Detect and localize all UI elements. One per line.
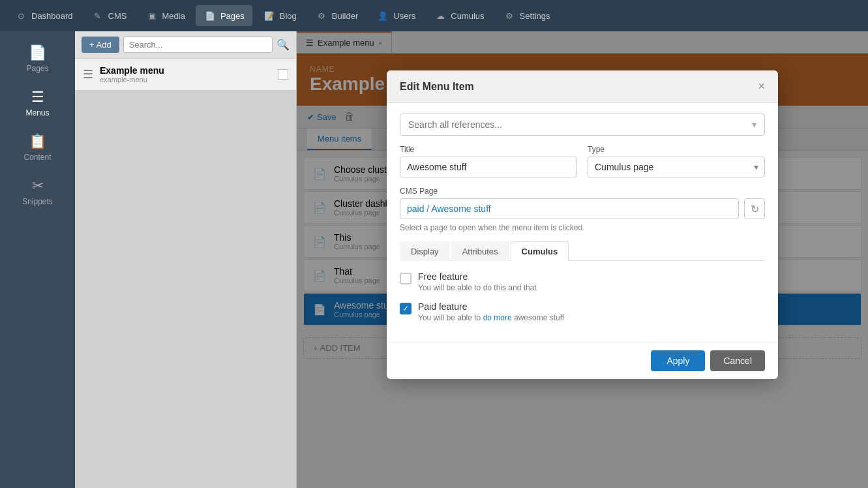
sidebar: 📄 Pages ☰ Menus 📋 Content ✂ Snippets	[0, 31, 75, 488]
panel-toolbar: + Add 🔍	[75, 31, 296, 59]
nav-dashboard-label: Dashboard	[31, 11, 73, 21]
sidebar-item-snippets[interactable]: ✂ Snippets	[0, 171, 75, 213]
free-feature-desc: You will be able to do this and that	[418, 283, 537, 292]
blog-icon: 📝	[263, 9, 276, 22]
title-input[interactable]	[400, 157, 577, 177]
nav-builder-label: Builder	[332, 11, 358, 21]
nav-cumulus[interactable]: ☁ Cumulus	[426, 5, 492, 26]
content-sidebar-icon: 📋	[29, 133, 46, 150]
list-item-name: Example menu	[100, 65, 271, 76]
cms-page-row: paid / Awesome stuff ↻	[400, 198, 765, 219]
nav-cms[interactable]: ✎ CMS	[83, 5, 135, 26]
settings-nav-icon: ⚙	[503, 9, 516, 22]
cms-page-refresh-button[interactable]: ↻	[744, 198, 765, 219]
nav-pages[interactable]: 📄 Pages	[196, 5, 252, 26]
sidebar-item-menus[interactable]: ☰ Menus	[0, 82, 75, 124]
dashboard-icon: ⊙	[14, 9, 27, 22]
sidebar-item-pages[interactable]: 📄 Pages	[0, 38, 75, 80]
sidebar-content-label: Content	[23, 153, 51, 162]
tab-cumulus-label: Cumulus	[522, 247, 558, 256]
tab-display-label: Display	[411, 247, 439, 256]
sidebar-snippets-label: Snippets	[22, 197, 53, 206]
feature-row-free: Free feature You will be able to do this…	[400, 271, 765, 292]
free-feature-checkbox[interactable]	[400, 273, 412, 284]
list-item-checkbox[interactable]	[278, 69, 288, 80]
form-group-cms-page: CMS Page paid / Awesome stuff ↻ Select a…	[400, 187, 765, 232]
cms-icon: ✎	[91, 9, 104, 22]
type-select[interactable]: Cumulus page External URL Page	[588, 157, 765, 177]
type-select-wrapper: Cumulus page External URL Page	[588, 157, 765, 177]
inner-tabs: Display Attributes Cumulus	[400, 241, 765, 261]
nav-cms-label: CMS	[108, 11, 127, 21]
sidebar-menus-label: Menus	[25, 108, 49, 117]
modal-title: Edit Menu Item	[400, 81, 474, 93]
sidebar-pages-label: Pages	[26, 64, 48, 73]
add-button[interactable]: + Add	[82, 37, 119, 53]
panel: + Add 🔍 ☰ Example menu example-menu	[75, 31, 297, 488]
tab-attributes-label: Attributes	[462, 247, 498, 256]
paid-feature-checkbox[interactable]: ✓	[400, 303, 412, 314]
content-area: ☰ Example menu × NAME Example menu ✔ Sav…	[297, 31, 868, 488]
modal-footer: Apply Cancel	[387, 342, 778, 379]
paid-feature-desc-before: You will be able to	[418, 313, 483, 322]
modal-body: ▾ Title Type Cumulus page	[387, 103, 778, 342]
list-item-slug: example-menu	[100, 76, 271, 84]
search-input[interactable]	[123, 37, 273, 53]
modal-header: Edit Menu Item ×	[387, 70, 778, 103]
snippets-sidebar-icon: ✂	[32, 177, 44, 194]
form-group-type: Type Cumulus page External URL Page	[588, 145, 765, 177]
modal-overlay: Edit Menu Item × ▾ Title	[297, 31, 868, 488]
dropdown-icon: ▾	[752, 119, 756, 130]
builder-icon: ⚙	[315, 9, 328, 22]
search-button[interactable]: 🔍	[277, 38, 290, 51]
cms-page-select[interactable]: paid / Awesome stuff	[400, 198, 739, 219]
list-item-icon: ☰	[83, 67, 93, 82]
edit-menu-item-modal: Edit Menu Item × ▾ Title	[387, 70, 778, 379]
paid-feature-name: Paid feature	[418, 301, 564, 312]
search-references-input[interactable]: ▾	[400, 114, 765, 136]
cms-page-label: CMS Page	[400, 187, 765, 196]
nav-users[interactable]: 👤 Users	[368, 5, 423, 26]
nav-blog-label: Blog	[280, 11, 297, 21]
top-nav: ⊙ Dashboard ✎ CMS ▣ Media 📄 Pages 📝 Blog…	[0, 0, 868, 31]
paid-feature-desc: You will be able to do more awesome stuf…	[418, 313, 564, 322]
nav-builder[interactable]: ⚙ Builder	[307, 5, 366, 26]
paid-feature-desc-after: awesome stuff	[512, 313, 564, 322]
nav-settings-label: Settings	[520, 11, 550, 21]
form-group-title: Title	[400, 145, 577, 177]
cancel-button[interactable]: Cancel	[710, 350, 765, 371]
feature-row-paid: ✓ Paid feature You will be able to do mo…	[400, 301, 765, 322]
modal-close-button[interactable]: ×	[758, 80, 765, 93]
nav-media[interactable]: ▣ Media	[138, 5, 193, 26]
apply-button[interactable]: Apply	[651, 350, 705, 371]
type-label: Type	[588, 145, 765, 154]
menus-sidebar-icon: ☰	[31, 89, 44, 106]
nav-users-label: Users	[393, 11, 415, 21]
nav-pages-label: Pages	[220, 11, 245, 21]
tab-cumulus[interactable]: Cumulus	[511, 241, 569, 261]
pages-sidebar-icon: 📄	[29, 44, 46, 61]
nav-cumulus-label: Cumulus	[451, 11, 484, 21]
pages-icon: 📄	[203, 9, 217, 22]
free-feature-name: Free feature	[418, 271, 537, 282]
nav-settings[interactable]: ⚙ Settings	[495, 5, 558, 26]
nav-dashboard[interactable]: ⊙ Dashboard	[7, 5, 81, 26]
users-icon: 👤	[376, 9, 389, 22]
sidebar-item-content[interactable]: 📋 Content	[0, 127, 75, 168]
paid-feature-desc-link[interactable]: do more	[483, 313, 512, 322]
main-layout: 📄 Pages ☰ Menus 📋 Content ✂ Snippets + A…	[0, 31, 868, 488]
cumulus-nav-icon: ☁	[434, 9, 447, 22]
nav-blog[interactable]: 📝 Blog	[255, 5, 305, 26]
tab-display[interactable]: Display	[400, 241, 450, 261]
media-icon: ▣	[145, 9, 158, 22]
panel-list-item[interactable]: ☰ Example menu example-menu	[75, 59, 296, 91]
form-row-title-type: Title Type Cumulus page External URL Pag…	[400, 145, 765, 177]
title-label: Title	[400, 145, 577, 154]
panel-list: ☰ Example menu example-menu	[75, 59, 296, 488]
cms-page-hint: Select a page to open when the menu item…	[400, 223, 765, 232]
tab-attributes[interactable]: Attributes	[451, 241, 509, 261]
search-ref-field[interactable]	[408, 119, 752, 130]
nav-media-label: Media	[162, 11, 185, 21]
